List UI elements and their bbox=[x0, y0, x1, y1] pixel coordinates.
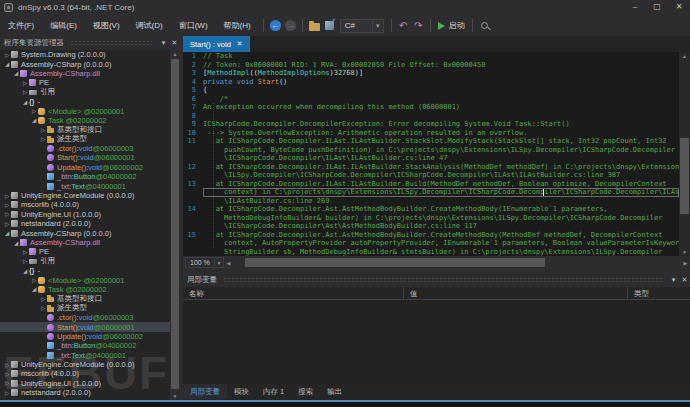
tree-item[interactable]: _btn : Button @04000002 bbox=[0, 172, 170, 181]
language-select[interactable]: C# ▼ bbox=[340, 19, 384, 33]
tree-item[interactable]: ▷UnityEngine.CoreModule (0.0.0.0) bbox=[0, 191, 170, 200]
column-value[interactable]: 值 bbox=[404, 287, 628, 299]
collapsed-arrow-icon[interactable]: ▷ bbox=[3, 52, 11, 58]
title-bar[interactable]: dnSpy v6.0.3 (64-bit, .NET Core) – ▢ ✕ bbox=[0, 0, 690, 15]
scroll-up-icon[interactable]: ▲ bbox=[679, 52, 690, 60]
tree-item[interactable]: ◢Assembly-CSharp.dll bbox=[0, 238, 170, 247]
tree-item[interactable]: ▷mscorlib (4.0.0.0) bbox=[0, 369, 170, 378]
tab-close-icon[interactable]: ✕ bbox=[237, 40, 243, 48]
collapsed-arrow-icon[interactable]: ▷ bbox=[21, 249, 29, 255]
tool-tab-模块[interactable]: 模块 bbox=[227, 384, 256, 399]
scroll-left-icon[interactable]: ◀ bbox=[224, 260, 233, 266]
tree-item[interactable]: ▷基类型和接口 bbox=[0, 125, 170, 134]
collapsed-arrow-icon[interactable]: ▷ bbox=[39, 136, 47, 142]
editor-horizontal-scrollbar[interactable] bbox=[235, 257, 679, 268]
tab-start-void[interactable]: Start() : void ✕ bbox=[183, 36, 250, 52]
tool-tab-搜索[interactable]: 搜索 bbox=[291, 384, 320, 399]
collapsed-arrow-icon[interactable]: ▷ bbox=[3, 221, 11, 227]
redo-button[interactable]: ↷ bbox=[411, 18, 426, 33]
collapsed-arrow-icon[interactable]: ▷ bbox=[30, 277, 38, 283]
tree-item[interactable]: ◢{}- bbox=[0, 97, 170, 106]
tree-item[interactable]: ▷System.Drawing (2.0.0.0) bbox=[0, 50, 170, 59]
code-editor[interactable]: 1// Task2// Token: 0x06000001 RID: 1 RVA… bbox=[183, 52, 690, 256]
navigate-back-button[interactable]: ← bbox=[268, 18, 283, 33]
reload-assemblies-button[interactable] bbox=[322, 18, 337, 33]
collapsed-arrow-icon[interactable]: ▷ bbox=[3, 390, 11, 396]
expanded-arrow-icon[interactable]: ◢ bbox=[3, 230, 11, 236]
tree-item[interactable]: ◢Assembly-CSharp (0.0.0.0) bbox=[0, 59, 170, 68]
collapsed-arrow-icon[interactable]: ▷ bbox=[3, 202, 11, 208]
collapsed-arrow-icon[interactable]: ▷ bbox=[21, 80, 29, 86]
panel-close-button[interactable]: ✕ bbox=[679, 276, 690, 284]
tree-item[interactable]: .ctor() : void @06000003 bbox=[0, 144, 170, 153]
tree-item[interactable]: ▷<Module> @02000001 bbox=[0, 106, 170, 115]
scroll-down-icon[interactable]: ▼ bbox=[170, 392, 180, 400]
locals-body[interactable] bbox=[183, 300, 690, 382]
expanded-arrow-icon[interactable]: ◢ bbox=[21, 268, 29, 274]
collapsed-arrow-icon[interactable]: ▷ bbox=[3, 193, 11, 199]
menu-view[interactable]: 视图(V) bbox=[85, 17, 128, 35]
expanded-arrow-icon[interactable]: ◢ bbox=[21, 99, 29, 105]
locals-header[interactable]: 局部变量 ▾ ✕ bbox=[183, 273, 690, 287]
tree-item[interactable]: ▷派生类型 bbox=[0, 304, 170, 313]
tree-item[interactable]: ▷netstandard (2.0.0.0) bbox=[0, 219, 170, 228]
panel-close-button[interactable]: ✕ bbox=[169, 39, 180, 47]
scroll-down-icon[interactable]: ▼ bbox=[679, 248, 690, 256]
menu-edit[interactable]: 编辑(E) bbox=[42, 17, 85, 35]
collapsed-arrow-icon[interactable]: ▷ bbox=[3, 211, 11, 217]
tree-item[interactable]: Update() : void @06000002 bbox=[0, 163, 170, 172]
tree-item[interactable]: ◢Task @02000002 bbox=[0, 285, 170, 294]
assembly-explorer-header[interactable]: 程序集资源管理器 ▾ ✕ bbox=[0, 36, 180, 50]
tree-item[interactable]: ▷基类型和接口 bbox=[0, 294, 170, 303]
tree-scrollbar-thumb[interactable] bbox=[171, 59, 179, 389]
tree-item[interactable]: ◢Task @02000002 bbox=[0, 116, 170, 125]
tree-scrollbar[interactable]: ▲ ▼ bbox=[170, 50, 180, 400]
tree-item[interactable]: ◢Assembly-CSharp (0.0.0.0) bbox=[0, 228, 170, 237]
editor-scrollbar-thumb[interactable] bbox=[680, 138, 689, 214]
expanded-arrow-icon[interactable]: ◢ bbox=[3, 61, 11, 67]
scroll-right-icon[interactable]: ▶ bbox=[681, 260, 690, 266]
tree-item[interactable]: Start() : void @06000001 bbox=[0, 322, 170, 331]
close-button[interactable]: ✕ bbox=[672, 1, 686, 13]
collapsed-arrow-icon[interactable]: ▷ bbox=[21, 258, 29, 264]
expanded-arrow-icon[interactable]: ◢ bbox=[30, 286, 38, 292]
tree-item[interactable]: ▷PE bbox=[0, 78, 170, 87]
start-debugging-button[interactable]: 启动 bbox=[435, 20, 468, 31]
minimize-button[interactable]: – bbox=[628, 1, 642, 13]
menu-help[interactable]: 帮助(H) bbox=[216, 17, 259, 35]
tree-item[interactable]: ▷PE bbox=[0, 247, 170, 256]
expanded-arrow-icon[interactable]: ◢ bbox=[12, 240, 20, 246]
tree-item[interactable]: ◢Assembly-CSharp.dll bbox=[0, 69, 170, 78]
expanded-arrow-icon[interactable]: ◢ bbox=[30, 117, 38, 123]
undo-button[interactable]: ↶ bbox=[396, 18, 411, 33]
tree-item[interactable]: ◢{}- bbox=[0, 266, 170, 275]
collapsed-arrow-icon[interactable]: ▷ bbox=[39, 127, 47, 133]
tree-item[interactable]: Update() : void @06000002 bbox=[0, 332, 170, 341]
search-assemblies-button[interactable] bbox=[477, 18, 492, 33]
tree-item[interactable]: ▷UnityEngine.UI (1.0.0.0) bbox=[0, 379, 170, 388]
scroll-up-icon[interactable]: ▲ bbox=[170, 50, 180, 58]
collapsed-arrow-icon[interactable]: ▷ bbox=[21, 89, 29, 95]
panel-menu-button[interactable]: ▾ bbox=[668, 276, 679, 284]
collapsed-arrow-icon[interactable]: ▷ bbox=[30, 108, 38, 114]
tree-item[interactable]: .ctor() : void @06000003 bbox=[0, 313, 170, 322]
editor-vertical-scrollbar[interactable]: ▲ ▼ bbox=[679, 52, 690, 256]
assembly-tree[interactable]: ▷System.Drawing (2.0.0.0)◢Assembly-CShar… bbox=[0, 50, 170, 400]
menu-window[interactable]: 窗口(W) bbox=[171, 17, 216, 35]
column-type[interactable]: 类型 bbox=[628, 287, 690, 299]
tree-item[interactable]: ▷<Module> @02000001 bbox=[0, 275, 170, 284]
navigate-forward-button[interactable]: → bbox=[283, 18, 298, 33]
column-name[interactable]: 名称 bbox=[183, 287, 404, 299]
collapsed-arrow-icon[interactable]: ▷ bbox=[3, 362, 11, 368]
menu-debug[interactable]: 调试(D) bbox=[128, 17, 171, 35]
expanded-arrow-icon[interactable]: ◢ bbox=[12, 70, 20, 76]
tree-item[interactable]: ▷UnityEngine.UI (1.0.0.0) bbox=[0, 210, 170, 219]
tree-item[interactable]: ▷UnityEngine.CoreModule (0.0.0.0) bbox=[0, 360, 170, 369]
tool-tab-内存 1[interactable]: 内存 1 bbox=[256, 384, 291, 399]
tree-item[interactable]: _btn : Button @04000002 bbox=[0, 341, 170, 350]
tree-item[interactable]: ▷派生类型 bbox=[0, 135, 170, 144]
collapsed-arrow-icon[interactable]: ▷ bbox=[3, 371, 11, 377]
tree-item[interactable]: _txt : Text @04000001 bbox=[0, 181, 170, 190]
tree-item[interactable]: Start() : void @06000001 bbox=[0, 153, 170, 162]
tree-item[interactable]: ▷引用 bbox=[0, 257, 170, 266]
